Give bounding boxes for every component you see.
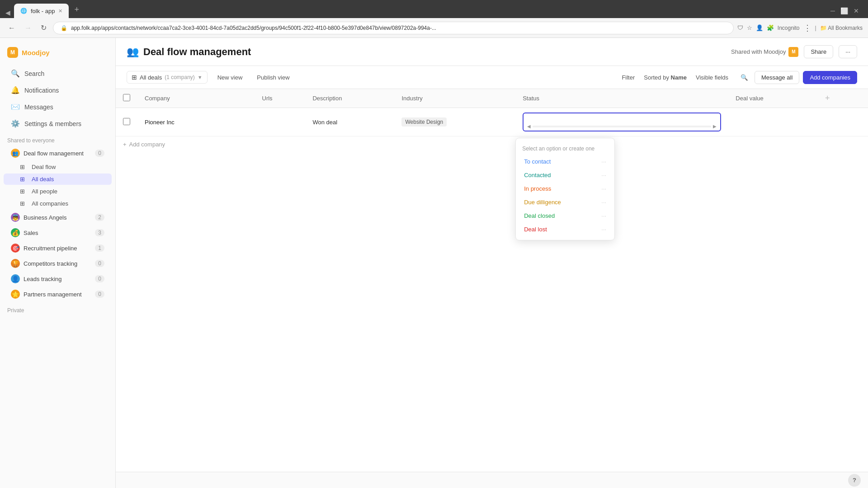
maximize-btn[interactable]: ⬜: [840, 7, 848, 14]
sidebar-nav-notifications[interactable]: 🔔 Notifications: [4, 82, 112, 98]
competitors-icon: 🏆: [11, 259, 20, 268]
help-button[interactable]: ?: [848, 474, 861, 487]
new-view-button[interactable]: New view: [213, 72, 247, 83]
view-selector[interactable]: ⊞ All deals (1 company) ▼: [127, 71, 208, 84]
sidebar-nav-settings[interactable]: ⚙️ Settings & members: [4, 116, 112, 131]
col-add[interactable]: +: [814, 89, 868, 108]
extension-icon[interactable]: 🧩: [767, 24, 774, 31]
in-process-more-icon[interactable]: ···: [601, 185, 606, 192]
company-name[interactable]: Pioneer Inc: [145, 119, 175, 126]
sales-count: 3: [95, 229, 104, 236]
sort-text: Sorted by Name: [644, 74, 687, 81]
table-container: Company Urls Description Industry Status…: [116, 89, 868, 472]
menu-icon[interactable]: ⋮: [803, 23, 811, 33]
grid-view-icon: ⊞: [132, 74, 137, 81]
reload-btn[interactable]: ↻: [38, 22, 49, 34]
recruitment-count: 1: [95, 244, 104, 252]
business-angels-label: Business Angels: [24, 214, 91, 221]
tab-favicon: 🌐: [20, 8, 27, 14]
data-table: Company Urls Description Industry Status…: [116, 89, 868, 136]
scroll-right-arrow[interactable]: ▶: [713, 124, 717, 129]
lock-icon: 🔒: [61, 25, 67, 31]
row-status-cell[interactable]: ◀ ▶ Select an option or create one To co…: [515, 108, 728, 136]
search-icon-btn[interactable]: 🔍: [737, 70, 751, 84]
sales-label: Sales: [24, 230, 91, 236]
bell-icon: 🔔: [11, 86, 20, 94]
sidebar-group-sales[interactable]: 💰 Sales 3: [4, 225, 112, 240]
competitors-count: 0: [95, 260, 104, 267]
sidebar-all-deals-label: All deals: [32, 176, 54, 183]
forward-nav-btn[interactable]: →: [22, 22, 34, 34]
publish-view-button[interactable]: Publish view: [252, 72, 294, 83]
sidebar-sub-all-people[interactable]: ⊞ All people: [4, 186, 112, 197]
deal-lost-more-icon[interactable]: ···: [601, 226, 606, 233]
message-all-button[interactable]: Message all: [755, 71, 799, 84]
deal-closed-more-icon[interactable]: ···: [601, 212, 606, 219]
sidebar-sub-deal-flow[interactable]: ⊞ Deal flow: [4, 161, 112, 173]
sidebar-group-leads[interactable]: 👤 Leads tracking 0: [4, 272, 112, 286]
col-urls: Urls: [255, 89, 306, 108]
browser-toolbar: ← → ↻ 🔒 app.folk.app/apps/contacts/netwo…: [0, 18, 868, 38]
dropdown-option-to-contact[interactable]: To contact ···: [518, 155, 613, 168]
visible-fields-button[interactable]: Visible fields: [690, 72, 734, 83]
row-urls-cell[interactable]: [255, 108, 306, 136]
add-column-icon[interactable]: +: [821, 94, 834, 103]
close-btn[interactable]: ✕: [854, 7, 859, 14]
sidebar-logo[interactable]: M Moodjoy: [0, 43, 115, 65]
toolbar-right: Filter Sorted by Name Visible fields 🔍 M…: [616, 70, 857, 84]
minimize-btn[interactable]: ─: [830, 7, 835, 14]
dropdown-option-deal-lost[interactable]: Deal lost ···: [518, 223, 613, 236]
sidebar-sub-all-deals[interactable]: ⊞ All deals: [4, 174, 112, 185]
profile-icon[interactable]: 👤: [756, 24, 763, 31]
row-checkbox-cell: [116, 108, 137, 136]
due-dilligence-label: Due dilligence: [524, 199, 561, 206]
contacted-more-icon[interactable]: ···: [601, 172, 606, 178]
tab-close-icon[interactable]: ✕: [58, 8, 62, 14]
business-angels-count: 2: [95, 214, 104, 221]
logo-label: Moodjoy: [22, 49, 50, 56]
nav-messages-label: Messages: [24, 103, 53, 111]
dropdown-option-deal-closed[interactable]: Deal closed ···: [518, 209, 613, 222]
row-description-cell: Won deal: [305, 108, 394, 136]
sidebar-sub-all-companies[interactable]: ⊞ All companies: [4, 198, 112, 209]
dropdown-option-due-dilligence[interactable]: Due dilligence ···: [518, 196, 613, 209]
status-input[interactable]: [527, 115, 717, 122]
sidebar-group-business-angels[interactable]: 👼 Business Angels 2: [4, 210, 112, 225]
active-tab[interactable]: 🌐 folk - app ✕: [14, 4, 69, 18]
private-section-label: Private: [0, 302, 115, 315]
add-company-row[interactable]: + Add company: [116, 136, 868, 152]
sidebar-group-partners[interactable]: ⭐ Partners management 0: [4, 287, 112, 301]
due-dilligence-more-icon[interactable]: ···: [601, 199, 606, 206]
browser-back-btn[interactable]: ◀: [4, 9, 12, 16]
bookmarks-btn[interactable]: 📁 All Bookmarks: [820, 25, 863, 31]
address-bar[interactable]: 🔒 app.folk.app/apps/contacts/network/cca…: [53, 22, 734, 34]
add-companies-button[interactable]: Add companies: [803, 71, 857, 84]
add-company-label: Add company: [129, 141, 165, 148]
row-extra-cell: [814, 108, 868, 136]
star-icon[interactable]: ☆: [747, 24, 752, 31]
address-text: app.folk.app/apps/contacts/network/ccaa7…: [71, 25, 436, 31]
col-industry: Industry: [394, 89, 515, 108]
sidebar-group-deal-flow[interactable]: 👥 Deal flow management 0: [4, 146, 112, 160]
filter-button[interactable]: Filter: [616, 72, 640, 83]
tab-add-btn[interactable]: +: [71, 3, 83, 16]
sidebar-group-competitors[interactable]: 🏆 Competitors tracking 0: [4, 256, 112, 271]
more-options-button[interactable]: ···: [839, 45, 857, 58]
sidebar-nav-search[interactable]: 🔍 Search: [4, 66, 112, 81]
dropdown-option-contacted[interactable]: Contacted ···: [518, 169, 613, 182]
to-contact-more-icon[interactable]: ···: [601, 158, 606, 165]
row-more-btn[interactable]: ···: [178, 118, 188, 126]
row-checkbox[interactable]: [123, 118, 130, 125]
select-all-checkbox[interactable]: [123, 94, 130, 101]
partners-icon: ⭐: [11, 290, 20, 299]
sidebar-group-recruitment[interactable]: 🎯 Recruitment pipeline 1: [4, 241, 112, 255]
row-deal-value-cell[interactable]: [728, 108, 814, 136]
industry-badge[interactable]: Website Design: [401, 117, 447, 127]
scroll-left-arrow[interactable]: ◀: [527, 124, 531, 129]
browser-extensions: 🛡 ☆ 👤 🧩 Incognito ⋮ | 📁 All Bookmarks: [737, 23, 863, 33]
deal-flow-group-count: 0: [95, 150, 104, 157]
sidebar-nav-messages[interactable]: ✉️ Messages: [4, 99, 112, 115]
share-button[interactable]: Share: [804, 45, 833, 58]
dropdown-option-in-process[interactable]: In process ···: [518, 182, 613, 195]
back-nav-btn[interactable]: ←: [5, 22, 18, 34]
